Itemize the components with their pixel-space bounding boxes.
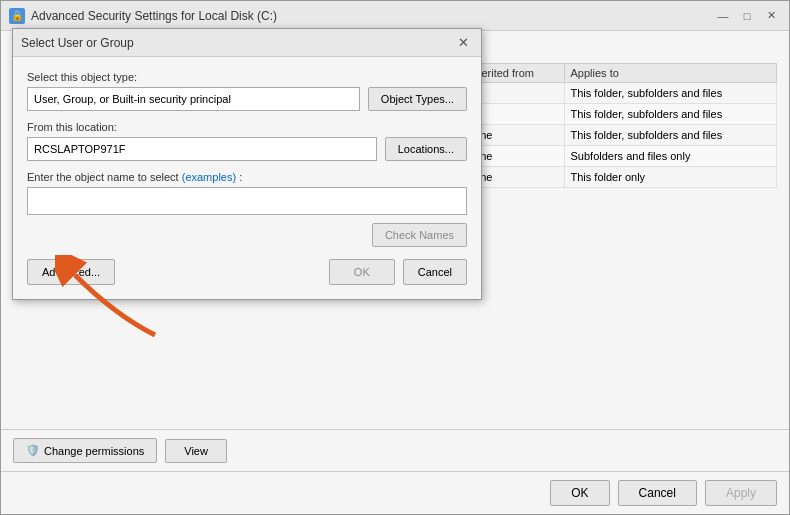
titlebar-controls: — □ ✕ <box>713 6 781 26</box>
change-permissions-button[interactable]: 🛡️ Change permissions <box>13 438 157 463</box>
location-input[interactable] <box>27 137 377 161</box>
location-row: Locations... <box>27 137 467 161</box>
window-icon: 🔒 <box>9 8 25 24</box>
main-footer: OK Cancel Apply <box>1 471 789 514</box>
col-applies: Applies to <box>564 64 776 83</box>
dialog-footer: Advanced... OK Cancel <box>27 259 467 285</box>
object-type-input[interactable] <box>27 87 360 111</box>
shield-icon: 🛡️ <box>26 444 40 457</box>
apply-button[interactable]: Apply <box>705 480 777 506</box>
row-applies: This folder only <box>564 167 776 188</box>
object-type-row: Object Types... <box>27 87 467 111</box>
dialog-cancel-button[interactable]: Cancel <box>403 259 467 285</box>
advanced-button[interactable]: Advanced... <box>27 259 115 285</box>
dialog-ok-button[interactable]: OK <box>329 259 395 285</box>
check-names-button[interactable]: Check Names <box>372 223 467 247</box>
cancel-button[interactable]: Cancel <box>618 480 697 506</box>
view-button[interactable]: View <box>165 439 227 463</box>
select-user-dialog: Select User or Group ✕ Select this objec… <box>12 28 482 300</box>
object-name-label: Enter the object name to select (example… <box>27 171 467 183</box>
locations-button[interactable]: Locations... <box>385 137 467 161</box>
dialog-close-button[interactable]: ✕ <box>453 33 473 53</box>
examples-link[interactable]: (examples) <box>182 171 236 183</box>
object-types-button[interactable]: Object Types... <box>368 87 467 111</box>
main-titlebar: 🔒 Advanced Security Settings for Local D… <box>1 1 789 31</box>
dialog-title: Select User or Group <box>21 36 453 50</box>
dialog-titlebar: Select User or Group ✕ <box>13 29 481 57</box>
maximize-button[interactable]: □ <box>737 6 757 26</box>
bottom-buttons-bar: 🛡️ Change permissions View <box>1 429 789 471</box>
close-button[interactable]: ✕ <box>761 6 781 26</box>
object-type-label: Select this object type: <box>27 71 467 83</box>
row-applies: This folder, subfolders and files <box>564 125 776 146</box>
ok-button[interactable]: OK <box>550 480 609 506</box>
dialog-body: Select this object type: Object Types...… <box>13 57 481 299</box>
check-names-row: Check Names <box>27 223 467 247</box>
row-applies: This folder, subfolders and files <box>564 83 776 104</box>
minimize-button[interactable]: — <box>713 6 733 26</box>
row-applies: This folder, subfolders and files <box>564 104 776 125</box>
object-name-input[interactable] <box>27 187 467 215</box>
location-label: From this location: <box>27 121 467 133</box>
main-title: Advanced Security Settings for Local Dis… <box>31 9 713 23</box>
row-applies: Subfolders and files only <box>564 146 776 167</box>
